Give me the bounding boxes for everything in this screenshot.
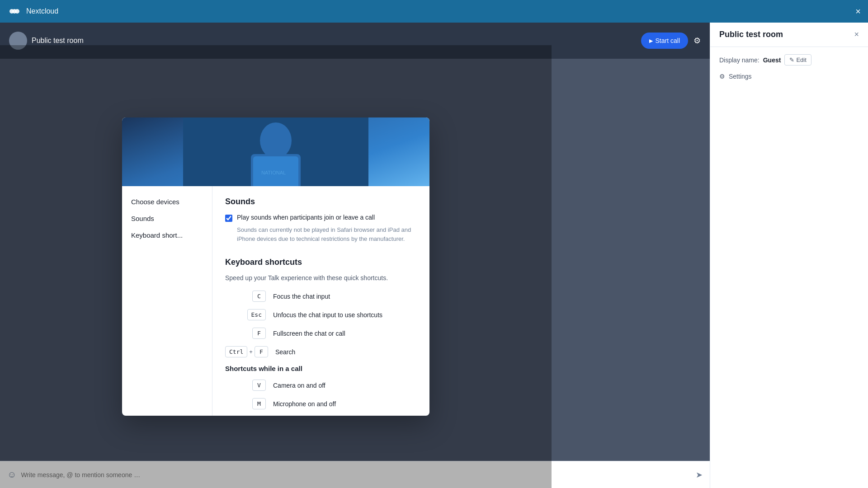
top-bar-left: Nextcloud	[7, 4, 58, 19]
edit-pencil-icon: ✎	[789, 56, 794, 63]
key-esc: Esc	[247, 309, 266, 320]
display-name-label: Display name:	[719, 56, 760, 64]
shortcut-desc-v: Camera on and off	[273, 382, 326, 389]
app-title: Nextcloud	[26, 7, 58, 15]
key-v: V	[252, 380, 266, 391]
nav-sounds[interactable]: Sounds	[122, 210, 212, 227]
shortcut-row-f: F Fullscreen the chat or call	[225, 328, 417, 339]
shortcut-row-ctrl-f: Ctrl + F Search	[225, 346, 417, 357]
shortcut-keys-c: C	[225, 291, 266, 302]
send-button[interactable]: ➤	[696, 470, 703, 480]
modal-video-preview: NATIONAL	[122, 117, 429, 186]
keyboard-section-title: Keyboard shortcuts	[225, 258, 417, 267]
modal-overlay: NATIONAL Choose devices Sounds Keyboard …	[0, 45, 552, 488]
display-name-value: Guest	[763, 56, 781, 64]
nextcloud-logo-icon	[7, 4, 22, 19]
start-call-button[interactable]: Start call	[641, 33, 688, 49]
nav-choose-devices[interactable]: Choose devices	[122, 193, 212, 210]
settings-modal: NATIONAL Choose devices Sounds Keyboard …	[122, 117, 429, 416]
key-f: F	[252, 328, 266, 339]
nav-keyboard-shortcuts[interactable]: Keyboard short...	[122, 227, 212, 244]
shortcut-row-esc: Esc Unfocus the chat input to use shortc…	[225, 309, 417, 320]
shortcut-desc-f: Fullscreen the chat or call	[273, 330, 345, 337]
key-m: M	[252, 398, 266, 409]
shortcut-row-m: M Microphone on and off	[225, 398, 417, 409]
sounds-section-title: Sounds	[225, 197, 417, 206]
modal-main-content: Sounds Play sounds when participants joi…	[212, 186, 429, 416]
key-f2: F	[255, 346, 268, 357]
svg-point-4	[260, 122, 292, 159]
shortcut-desc-esc: Unfocus the chat input to use shortcuts	[273, 311, 382, 319]
shortcuts-call-title: Shortcuts while in a call	[225, 365, 417, 372]
sounds-checkbox-row: Play sounds when participants join or le…	[225, 214, 417, 222]
shortcut-desc-m: Microphone on and off	[273, 400, 336, 408]
section-spacer-1	[225, 243, 417, 258]
shortcut-row-v: V Camera on and off	[225, 380, 417, 391]
sounds-checkbox[interactable]	[225, 215, 232, 222]
top-bar: Nextcloud ×	[0, 0, 868, 23]
shortcut-keys-ctrl-f: Ctrl + F	[225, 346, 268, 357]
shortcuts-description: Speed up your Talk experience with these…	[225, 274, 417, 282]
room-area: Public test room Start call ⚙ ☺ ➤	[0, 23, 710, 488]
edit-label: Edit	[796, 56, 806, 63]
key-plus-symbol: +	[249, 348, 253, 355]
modal-sidebar: Choose devices Sounds Keyboard short...	[122, 186, 212, 416]
key-ctrl: Ctrl	[225, 346, 247, 357]
sidebar-title: Public test room	[719, 30, 783, 39]
settings-icon: ⚙	[719, 73, 725, 80]
shortcut-keys-esc: Esc	[225, 309, 266, 320]
modal-body: Choose devices Sounds Keyboard short... …	[122, 186, 429, 416]
room-header-right: Start call ⚙	[641, 33, 701, 49]
right-sidebar: Public test room × Display name: Guest ✎…	[710, 23, 868, 488]
shortcut-desc-c: Focus the chat input	[273, 293, 330, 300]
shortcut-desc-ctrl-f: Search	[275, 348, 295, 356]
key-c: C	[252, 291, 266, 302]
settings-link[interactable]: ⚙ Settings	[719, 73, 859, 80]
edit-display-name-button[interactable]: ✎ Edit	[784, 54, 811, 66]
display-name-row: Display name: Guest ✎ Edit	[719, 54, 859, 66]
room-name: Public test room	[32, 37, 84, 45]
settings-link-label: Settings	[729, 73, 752, 80]
shortcut-keys-m: M	[225, 398, 266, 409]
main-area: Public test room Start call ⚙ ☺ ➤	[0, 23, 868, 488]
shortcut-keys-v: V	[225, 380, 266, 391]
sounds-checkbox-label: Play sounds when participants join or le…	[237, 214, 375, 221]
svg-point-2	[12, 9, 17, 14]
shortcut-keys-f: F	[225, 328, 266, 339]
svg-text:NATIONAL: NATIONAL	[261, 170, 286, 175]
sidebar-header: Public test room ×	[710, 23, 868, 47]
shortcut-row-c: C Focus the chat input	[225, 291, 417, 302]
sidebar-close-button[interactable]: ×	[854, 30, 859, 39]
video-person: NATIONAL	[122, 117, 429, 186]
topbar-close-button[interactable]: ×	[855, 7, 861, 16]
sounds-checkbox-description: Sounds can currently not be played in Sa…	[237, 225, 417, 243]
sidebar-content: Display name: Guest ✎ Edit ⚙ Settings	[710, 47, 868, 87]
settings-gear-button[interactable]: ⚙	[693, 36, 701, 46]
video-content-icon: NATIONAL	[183, 117, 368, 186]
